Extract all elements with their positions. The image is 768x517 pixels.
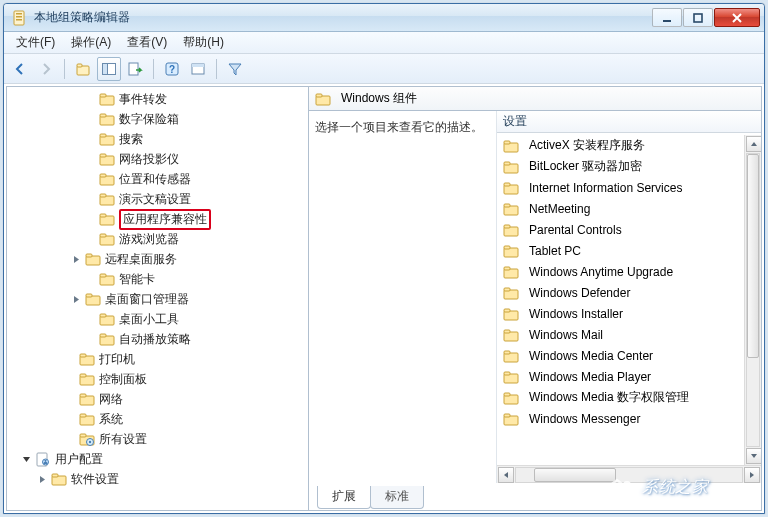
list-item-label: Windows Media Player — [529, 370, 651, 384]
svg-rect-22 — [100, 154, 106, 157]
filter-button[interactable] — [223, 57, 247, 81]
tree-item[interactable]: 智能卡 — [7, 269, 308, 289]
vertical-scrollbar[interactable] — [744, 135, 761, 465]
back-button[interactable] — [8, 57, 32, 81]
help-button[interactable]: ? — [160, 57, 184, 81]
scroll-up-button[interactable] — [746, 136, 761, 152]
tree-item[interactable]: 远程桌面服务 — [7, 249, 308, 269]
list-items[interactable]: ActiveX 安装程序服务BitLocker 驱动器加密Internet In… — [497, 133, 761, 465]
tree-item[interactable]: 网络投影仪 — [7, 149, 308, 169]
svg-rect-85 — [504, 393, 510, 396]
scroll-thumb[interactable] — [534, 468, 616, 482]
collapse-icon[interactable] — [19, 452, 33, 466]
tree-item[interactable]: 位置和传感器 — [7, 169, 308, 189]
folder-icon — [99, 331, 115, 347]
tree-item[interactable]: 系统 — [7, 409, 308, 429]
tree-item-label: 所有设置 — [99, 431, 147, 448]
tree-item-label: 打印机 — [99, 351, 135, 368]
list-item[interactable]: Internet Information Services — [497, 177, 761, 198]
scroll-down-button[interactable] — [746, 448, 761, 464]
close-button[interactable] — [714, 8, 760, 27]
description-text: 选择一个项目来查看它的描述。 — [315, 120, 483, 134]
list-item-label: Internet Information Services — [529, 181, 682, 195]
list-item[interactable]: BitLocker 驱动器加密 — [497, 156, 761, 177]
list-column: 设置 ActiveX 安装程序服务BitLocker 驱动器加密Internet… — [497, 111, 761, 483]
forward-button[interactable] — [34, 57, 58, 81]
svg-rect-36 — [86, 294, 92, 297]
expander-placeholder — [83, 312, 97, 326]
app-icon — [12, 10, 28, 26]
svg-rect-2 — [16, 16, 22, 18]
show-hide-tree-button[interactable] — [97, 57, 121, 81]
list-item-label: Tablet PC — [529, 244, 581, 258]
tree-item[interactable]: 所有设置 — [7, 429, 308, 449]
scroll-thumb[interactable] — [747, 154, 759, 358]
horizontal-scrollbar[interactable] — [497, 465, 761, 483]
list-item[interactable]: Windows Media Player — [497, 366, 761, 387]
svg-point-52 — [89, 441, 91, 443]
list-item[interactable]: Windows Media Center — [497, 345, 761, 366]
menu-action[interactable]: 操作(A) — [63, 32, 119, 53]
tree-item[interactable]: 演示文稿设置 — [7, 189, 308, 209]
expand-icon[interactable] — [69, 252, 83, 266]
export-list-button[interactable] — [123, 57, 147, 81]
menu-help[interactable]: 帮助(H) — [175, 32, 232, 53]
tree-item[interactable]: 网络 — [7, 389, 308, 409]
list-item[interactable]: ActiveX 安装程序服务 — [497, 135, 761, 156]
folder-icon — [503, 159, 519, 175]
list-item[interactable]: Windows Anytime Upgrade — [497, 261, 761, 282]
svg-rect-5 — [694, 14, 702, 22]
tree-item[interactable]: 自动播放策略 — [7, 329, 308, 349]
tab-extended[interactable]: 扩展 — [317, 486, 371, 509]
tree-item-label: 桌面小工具 — [119, 311, 179, 328]
menu-file[interactable]: 文件(F) — [8, 32, 63, 53]
scroll-left-button[interactable] — [498, 467, 514, 483]
up-level-button[interactable] — [71, 57, 95, 81]
tree-panel[interactable]: 事件转发数字保险箱搜索网络投影仪位置和传感器演示文稿设置应用程序兼容性游戏浏览器… — [7, 87, 309, 510]
tree-item[interactable]: 用户配置 — [7, 449, 308, 469]
svg-rect-71 — [504, 246, 510, 249]
list-item-label: Windows Installer — [529, 307, 623, 321]
svg-rect-69 — [504, 225, 510, 228]
tree-item[interactable]: 游戏浏览器 — [7, 229, 308, 249]
tree-item[interactable]: 搜索 — [7, 129, 308, 149]
tree-item-label: 位置和传感器 — [119, 171, 191, 188]
tree-item[interactable]: 事件转发 — [7, 89, 308, 109]
menu-view[interactable]: 查看(V) — [119, 32, 175, 53]
tree-item[interactable]: 控制面板 — [7, 369, 308, 389]
minimize-button[interactable] — [652, 8, 682, 27]
tree-item[interactable]: 打印机 — [7, 349, 308, 369]
list-item[interactable]: Windows Messenger — [497, 408, 761, 429]
title-bar[interactable]: 本地组策略编辑器 — [4, 4, 764, 32]
expand-icon[interactable] — [35, 472, 49, 486]
svg-rect-59 — [316, 94, 322, 97]
list-item[interactable]: Windows Mail — [497, 324, 761, 345]
expander-placeholder — [63, 392, 77, 406]
list-item[interactable]: Windows Installer — [497, 303, 761, 324]
details-panel: Windows 组件 选择一个项目来查看它的描述。 设置 ActiveX 安装程… — [309, 87, 761, 510]
list-item[interactable]: Parental Controls — [497, 219, 761, 240]
tab-standard[interactable]: 标准 — [370, 486, 424, 509]
tree-item-label: 远程桌面服务 — [105, 251, 177, 268]
list-item[interactable]: Tablet PC — [497, 240, 761, 261]
description-column: 选择一个项目来查看它的描述。 — [309, 111, 497, 483]
scroll-track[interactable] — [515, 467, 743, 483]
scroll-right-button[interactable] — [744, 467, 760, 483]
folder-icon — [503, 201, 519, 217]
properties-button[interactable] — [186, 57, 210, 81]
tree-item[interactable]: 桌面小工具 — [7, 309, 308, 329]
expand-icon[interactable] — [69, 292, 83, 306]
scroll-track[interactable] — [746, 153, 760, 447]
column-header-settings[interactable]: 设置 — [497, 111, 761, 133]
tree-item[interactable]: 数字保险箱 — [7, 109, 308, 129]
folder-icon — [79, 371, 95, 387]
tree-item[interactable]: 应用程序兼容性 — [7, 209, 308, 229]
tree-item[interactable]: 桌面窗口管理器 — [7, 289, 308, 309]
list-item[interactable]: Windows Media 数字权限管理 — [497, 387, 761, 408]
list-item-label: Windows Anytime Upgrade — [529, 265, 673, 279]
list-item[interactable]: Windows Defender — [497, 282, 761, 303]
tree-item[interactable]: 软件设置 — [7, 469, 308, 489]
list-item[interactable]: NetMeeting — [497, 198, 761, 219]
maximize-button[interactable] — [683, 8, 713, 27]
folder-icon — [99, 171, 115, 187]
